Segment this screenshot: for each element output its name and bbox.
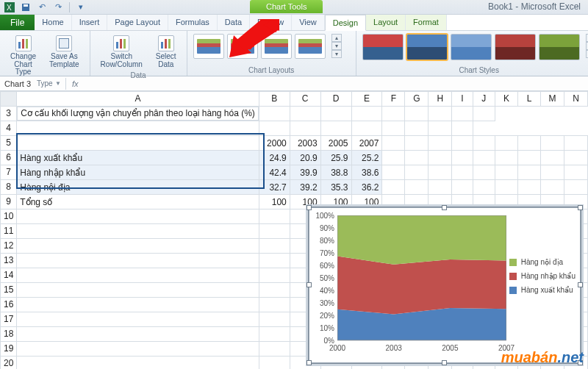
tab-review[interactable]: Review xyxy=(250,15,292,30)
row-header[interactable]: 10 xyxy=(1,209,17,224)
tab-home[interactable]: Home xyxy=(35,15,71,30)
row-header[interactable]: 16 xyxy=(1,298,17,312)
cell[interactable]: Tổng số xyxy=(17,195,259,209)
cell[interactable]: 32.7 xyxy=(259,180,290,195)
cell[interactable] xyxy=(17,209,259,224)
cell[interactable] xyxy=(17,298,259,312)
cell[interactable] xyxy=(473,165,495,180)
col-header[interactable]: D xyxy=(320,92,351,107)
col-header[interactable]: A xyxy=(17,92,259,107)
row-header[interactable]: 13 xyxy=(1,254,17,268)
cell[interactable] xyxy=(564,165,588,180)
cell[interactable] xyxy=(382,136,405,151)
cell[interactable] xyxy=(259,239,290,254)
cell[interactable] xyxy=(540,180,564,195)
row-header[interactable]: 6 xyxy=(1,151,17,165)
cell[interactable]: 39.9 xyxy=(290,165,320,180)
row-header[interactable]: 14 xyxy=(1,268,17,283)
cell[interactable] xyxy=(405,121,429,136)
cell[interactable] xyxy=(495,136,517,151)
col-header[interactable]: I xyxy=(452,92,473,107)
tab-insert[interactable]: Insert xyxy=(72,15,108,30)
embedded-chart[interactable]: 0%10%20%30%40%50%60%70%80%90%100%2000200… xyxy=(309,207,581,363)
cell[interactable] xyxy=(17,254,259,268)
cell[interactable] xyxy=(259,268,290,283)
cell[interactable]: 25.2 xyxy=(351,151,382,165)
cell[interactable] xyxy=(382,107,405,121)
save-as-template-button[interactable]: Save As Template xyxy=(45,34,84,78)
cell[interactable] xyxy=(290,107,320,121)
cell[interactable] xyxy=(259,327,290,342)
col-header[interactable]: K xyxy=(495,92,517,107)
switch-row-col-button[interactable]: Switch Row/Column xyxy=(96,34,147,70)
qat-customize-icon[interactable]: ▾ xyxy=(76,2,86,12)
row-header[interactable]: 7 xyxy=(1,165,17,180)
cell[interactable] xyxy=(351,121,382,136)
cell[interactable] xyxy=(473,180,495,195)
chart-style-thumb[interactable] xyxy=(539,34,580,60)
cell[interactable] xyxy=(320,107,351,121)
cell[interactable] xyxy=(518,136,541,151)
cell[interactable] xyxy=(540,136,564,151)
cell[interactable] xyxy=(382,151,405,165)
save-icon[interactable] xyxy=(21,2,31,12)
cell[interactable] xyxy=(259,298,290,312)
cell[interactable] xyxy=(429,165,452,180)
cell[interactable] xyxy=(495,180,517,195)
cell[interactable] xyxy=(17,357,259,370)
cell[interactable] xyxy=(259,254,290,268)
chart-layout-thumb[interactable] xyxy=(295,34,326,59)
col-header[interactable]: E xyxy=(351,92,382,107)
cell[interactable] xyxy=(382,165,405,180)
chart-style-thumb[interactable] xyxy=(362,34,404,60)
cell[interactable] xyxy=(17,136,259,151)
fx-icon[interactable]: fx xyxy=(66,79,85,88)
cell[interactable]: 38.8 xyxy=(320,165,351,180)
row-header[interactable]: 3 xyxy=(1,107,17,121)
cell[interactable] xyxy=(429,180,452,195)
row-header[interactable]: 17 xyxy=(1,312,17,327)
tab-format[interactable]: Format xyxy=(406,15,447,30)
cell[interactable] xyxy=(540,151,564,165)
cell[interactable] xyxy=(452,121,473,136)
cell[interactable] xyxy=(564,136,588,151)
cell[interactable] xyxy=(405,165,429,180)
style-scroll[interactable]: ▴▾▾ xyxy=(586,34,588,58)
cell[interactable] xyxy=(405,151,429,165)
cell[interactable] xyxy=(564,180,588,195)
cell[interactable] xyxy=(259,121,290,136)
col-header[interactable]: J xyxy=(473,92,495,107)
chart-style-thumb[interactable] xyxy=(406,34,448,60)
layout-scroll[interactable]: ▴▾▾ xyxy=(331,34,342,58)
col-header[interactable]: B xyxy=(259,92,290,107)
chart-layout-thumb[interactable] xyxy=(193,34,224,59)
chevron-down-icon[interactable]: ▼ xyxy=(55,80,61,87)
cell[interactable] xyxy=(382,180,405,195)
cell[interactable] xyxy=(429,121,452,136)
cell[interactable] xyxy=(259,283,290,298)
tab-layout[interactable]: Layout xyxy=(366,15,406,30)
cell[interactable]: Hàng xuất khẩu xyxy=(17,151,259,165)
cell[interactable] xyxy=(259,209,290,224)
cell[interactable] xyxy=(518,180,541,195)
cell[interactable]: 38.6 xyxy=(351,165,382,180)
select-data-button[interactable]: Select Data xyxy=(151,34,181,70)
cell[interactable] xyxy=(351,107,382,121)
row-header[interactable]: 4 xyxy=(1,121,17,136)
cell[interactable] xyxy=(495,151,517,165)
cell[interactable]: 2007 xyxy=(351,136,382,151)
cell[interactable] xyxy=(259,312,290,327)
cell[interactable] xyxy=(259,107,290,121)
cell[interactable]: 42.4 xyxy=(259,165,290,180)
cell[interactable] xyxy=(17,239,259,254)
row-header[interactable]: 11 xyxy=(1,224,17,239)
cell[interactable] xyxy=(429,136,452,151)
cell[interactable] xyxy=(495,165,517,180)
cell[interactable]: 24.9 xyxy=(259,151,290,165)
cell[interactable] xyxy=(405,180,429,195)
cell[interactable] xyxy=(259,224,290,239)
cell[interactable] xyxy=(452,180,473,195)
col-header[interactable]: C xyxy=(290,92,320,107)
cell[interactable] xyxy=(17,327,259,342)
chart-layout-thumb[interactable] xyxy=(227,34,258,59)
